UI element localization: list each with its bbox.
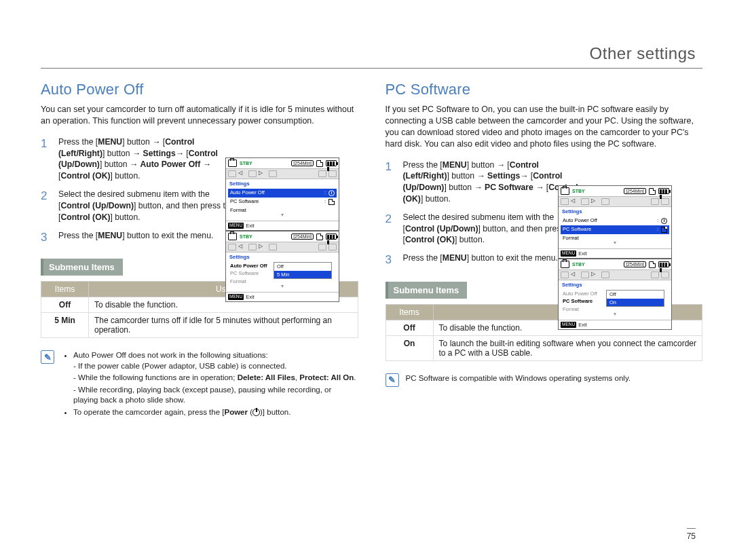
note-block: ✎ Auto Power Off does not work in the fo… — [41, 350, 358, 419]
software-icon — [661, 227, 667, 233]
note-sub: If the power cable (Power adaptor, USB c… — [73, 361, 358, 372]
submenu-header: Submenu Items — [386, 282, 468, 299]
note-line: To operate the camcorder again, press th… — [73, 407, 358, 418]
rule-top — [41, 68, 702, 69]
section-title: PC Software — [386, 81, 703, 98]
section-title: Auto Power Off — [41, 81, 358, 98]
lcd-pc-software-menu: STBY[254Min] ◁▷ Settings Auto Power Off:… — [558, 185, 672, 259]
software-icon — [328, 199, 335, 205]
step-3: Press the [MENU] button to exit the menu… — [58, 230, 235, 242]
note-line: PC Software is compatible with Windows o… — [406, 373, 631, 387]
sdcard-icon — [316, 160, 323, 167]
submenu-header: Submenu Items — [41, 259, 123, 276]
page-title: Other settings — [590, 44, 696, 63]
note-sub: While the following functions are in ope… — [73, 373, 358, 384]
mode-icon — [228, 160, 237, 167]
page-number: 75 — [687, 528, 696, 541]
step-3: Press the [MENU] button to exit the menu… — [403, 253, 580, 264]
clock-icon — [661, 218, 667, 224]
table-row: OnTo launch the built-in editing softwar… — [386, 336, 702, 361]
note-icon: ✎ — [386, 373, 399, 387]
step-2: Select the desired submenu item with the… — [403, 212, 580, 246]
step-2: Select the desired submenu item with the… — [58, 189, 235, 223]
th-items: Items — [41, 282, 89, 297]
clock-icon — [328, 190, 335, 196]
lcd-pc-software-submenu: STBY[254Min] ◁▷ Settings Auto Power Off … — [558, 259, 672, 330]
step-1: Press the [MENU] button → [Control (Left… — [58, 136, 235, 182]
note-line: Auto Power Off does not work in the foll… — [73, 350, 358, 406]
step-1: Press the [MENU] button → [Control (Left… — [403, 160, 580, 205]
intro-text: If you set PC Software to On, you can us… — [386, 104, 703, 150]
note-sub: While recording, playing back (except pa… — [73, 385, 358, 406]
intro-text: You can set your camcorder to turn off a… — [41, 104, 358, 127]
lcd-auto-power-off-menu: STBY[254Min] ◁▷ Settings Auto Power Off:… — [225, 157, 339, 231]
th-items: Items — [386, 305, 433, 320]
power-icon — [252, 409, 260, 416]
table-row: 5 MinThe camcorder turns off if idle for… — [41, 313, 358, 338]
lcd-auto-power-off-submenu: STBY[254Min] ◁▷ Settings Auto Power Off … — [225, 231, 339, 302]
note-block: ✎ PC Software is compatible with Windows… — [386, 373, 703, 387]
battery-icon — [326, 160, 337, 166]
note-icon: ✎ — [41, 350, 54, 364]
